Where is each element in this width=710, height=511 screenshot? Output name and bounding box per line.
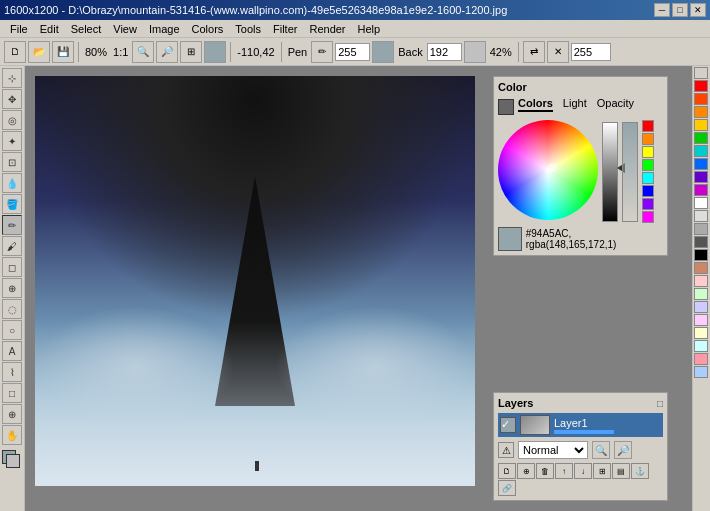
swatch-magenta[interactable]: [642, 211, 654, 223]
zoom-in-button[interactable]: 🔍: [132, 41, 154, 63]
strip-swatch-brown[interactable]: [694, 262, 708, 274]
shape-tool[interactable]: □: [2, 383, 22, 403]
strip-swatch-red[interactable]: [694, 80, 708, 92]
zoom-tool[interactable]: ⊕: [2, 404, 22, 424]
menu-help[interactable]: Help: [352, 22, 387, 36]
zoom-out-button[interactable]: 🔎: [156, 41, 178, 63]
blur-tool[interactable]: ◌: [2, 299, 22, 319]
menu-colors[interactable]: Colors: [186, 22, 230, 36]
swatch-violet[interactable]: [642, 198, 654, 210]
extra-input[interactable]: [571, 43, 611, 61]
layer-merge-btn[interactable]: ⊞: [593, 463, 611, 479]
layer-flatten-btn[interactable]: ▤: [612, 463, 630, 479]
clone-tool[interactable]: ⊕: [2, 278, 22, 298]
blend-mode-select[interactable]: Normal Multiply Screen Overlay: [518, 441, 588, 459]
save-button[interactable]: 💾: [52, 41, 74, 63]
strip-swatch-orange-red[interactable]: [694, 93, 708, 105]
back-color-btn[interactable]: [464, 41, 486, 63]
strip-swatch-white[interactable]: [694, 197, 708, 209]
strip-swatch-salmon[interactable]: [694, 353, 708, 365]
path-tool[interactable]: ⌇: [2, 362, 22, 382]
text-tool[interactable]: A: [2, 341, 22, 361]
swatch-blue[interactable]: [642, 185, 654, 197]
pen-tool[interactable]: ✏: [2, 215, 22, 235]
strip-swatch-blue[interactable]: [694, 158, 708, 170]
menu-image[interactable]: Image: [143, 22, 186, 36]
strip-swatch-gray[interactable]: [694, 223, 708, 235]
fill-tool[interactable]: 🪣: [2, 194, 22, 214]
zoom-out-layer-btn[interactable]: 🔎: [614, 441, 632, 459]
eraser-tool[interactable]: ◻: [2, 257, 22, 277]
menu-select[interactable]: Select: [65, 22, 108, 36]
menu-view[interactable]: View: [107, 22, 143, 36]
strip-swatch-yellow[interactable]: [694, 119, 708, 131]
maximize-button[interactable]: □: [672, 3, 688, 17]
strip-swatch-magenta[interactable]: [694, 184, 708, 196]
menu-render[interactable]: Render: [303, 22, 351, 36]
light-slider[interactable]: [602, 122, 618, 222]
tab-opacity[interactable]: Opacity: [597, 97, 634, 112]
zoom-in-layer-btn[interactable]: 🔍: [592, 441, 610, 459]
strip-swatch-cyan[interactable]: [694, 145, 708, 157]
swatch-yellow[interactable]: [642, 146, 654, 158]
magic-wand-tool[interactable]: ✦: [2, 131, 22, 151]
layer-item[interactable]: ✓ Layer1: [498, 413, 663, 437]
layer-visibility-icon[interactable]: ✓: [500, 417, 516, 433]
swatch-red[interactable]: [642, 120, 654, 132]
strip-swatch-lavender[interactable]: [694, 314, 708, 326]
strip-swatch-light-blue[interactable]: [694, 301, 708, 313]
opacity-slider[interactable]: [622, 122, 638, 222]
color-preview-box[interactable]: [498, 227, 522, 251]
layer-down-btn[interactable]: ↓: [574, 463, 592, 479]
swatch-top[interactable]: [694, 67, 708, 79]
pen-icon[interactable]: ✏: [311, 41, 333, 63]
extra-btn[interactable]: ✕: [547, 41, 569, 63]
color-preview-toolbar[interactable]: [204, 41, 226, 63]
swatch-cyan[interactable]: [642, 172, 654, 184]
strip-swatch-light-gray[interactable]: [694, 210, 708, 222]
menu-edit[interactable]: Edit: [34, 22, 65, 36]
tab-light[interactable]: Light: [563, 97, 587, 112]
hand-tool[interactable]: ✋: [2, 425, 22, 445]
menu-filter[interactable]: Filter: [267, 22, 303, 36]
swap-btn[interactable]: ⇄: [523, 41, 545, 63]
lasso-tool[interactable]: ◎: [2, 110, 22, 130]
layer-new-btn[interactable]: 🗋: [498, 463, 516, 479]
strip-swatch-light-green[interactable]: [694, 288, 708, 300]
color-value-input[interactable]: [335, 43, 370, 61]
layer-chain-btn[interactable]: 🔗: [498, 480, 516, 496]
move-tool[interactable]: ✥: [2, 89, 22, 109]
color-swatch-btn[interactable]: [372, 41, 394, 63]
zoom-fit-button[interactable]: ⊞: [180, 41, 202, 63]
dodge-tool[interactable]: ○: [2, 320, 22, 340]
menu-tools[interactable]: Tools: [229, 22, 267, 36]
strip-swatch-orange[interactable]: [694, 106, 708, 118]
strip-swatch-green[interactable]: [694, 132, 708, 144]
minimize-button[interactable]: ─: [654, 3, 670, 17]
strip-swatch-pink[interactable]: [694, 275, 708, 287]
crop-tool[interactable]: ⊡: [2, 152, 22, 172]
color-wheel[interactable]: [498, 120, 598, 220]
layer-duplicate-btn[interactable]: ⊕: [517, 463, 535, 479]
layer-delete-btn[interactable]: 🗑: [536, 463, 554, 479]
menu-file[interactable]: File: [4, 22, 34, 36]
strip-swatch-sky-blue[interactable]: [694, 366, 708, 378]
close-button[interactable]: ✕: [690, 3, 706, 17]
strip-swatch-dark-gray[interactable]: [694, 236, 708, 248]
swatch-green[interactable]: [642, 159, 654, 171]
strip-swatch-cream[interactable]: [694, 327, 708, 339]
strip-swatch-purple[interactable]: [694, 171, 708, 183]
layer-up-btn[interactable]: ↑: [555, 463, 573, 479]
brush-tool[interactable]: 🖌: [2, 236, 22, 256]
open-button[interactable]: 📂: [28, 41, 50, 63]
tab-colors[interactable]: Colors: [518, 97, 553, 112]
canvas-area[interactable]: Color Colors Light Opacity: [25, 66, 692, 511]
select-tool[interactable]: ⊹: [2, 68, 22, 88]
bg-color-swatch[interactable]: [6, 454, 20, 468]
swatch-orange[interactable]: [642, 133, 654, 145]
strip-swatch-light-cyan[interactable]: [694, 340, 708, 352]
strip-swatch-black[interactable]: [694, 249, 708, 261]
layer-anchor-btn[interactable]: ⚓: [631, 463, 649, 479]
eyedropper-tool[interactable]: 💧: [2, 173, 22, 193]
back-value-input[interactable]: [427, 43, 462, 61]
